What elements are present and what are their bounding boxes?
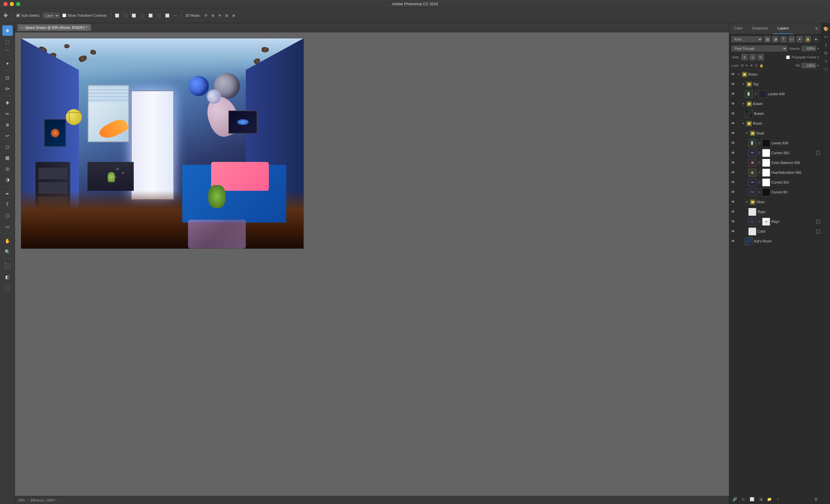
layer-kids-room[interactable]: 👁 Kid's Room [729, 236, 821, 246]
eye-room2[interactable]: 👁 [730, 121, 736, 126]
fold-bokeh[interactable]: ▼ [741, 102, 745, 106]
eye-bokeh-group[interactable]: 👁 [730, 101, 736, 106]
layer-rays-checker[interactable]: 👁 Rays [729, 207, 821, 217]
eye-hs-560[interactable]: 👁 [730, 170, 736, 175]
3d-pan-btn[interactable]: ✛ [217, 13, 222, 18]
add-style-btn[interactable]: fx [740, 496, 746, 502]
smart-filter-btn[interactable]: ✦ [797, 36, 803, 42]
pen-tool[interactable]: ✒ [2, 189, 13, 199]
chain-levels-639[interactable]: ⛓ [758, 141, 761, 146]
pixel-filter-btn[interactable]: ▤ [764, 36, 770, 42]
eye-grad[interactable]: 👁 [730, 131, 736, 136]
fold-room[interactable]: ▼ [737, 72, 741, 76]
eye-rays-image[interactable]: 👁 [730, 219, 736, 224]
unity-btn-1[interactable]: ⊕ [741, 54, 748, 60]
minimize-button[interactable] [10, 2, 14, 6]
quick-select-tool[interactable]: ✦ [2, 58, 13, 69]
zoom-tool[interactable]: 🔍 [2, 246, 13, 257]
layer-grad-group[interactable]: 👁 ▼ 📁 Grad [729, 129, 821, 138]
eraser-tool[interactable]: ◻ [2, 141, 13, 152]
eye-curves-60[interactable]: 👁 [730, 190, 736, 195]
foreground-color[interactable]: ⬛ [2, 261, 13, 271]
tab-swatches[interactable]: Swatches [747, 23, 773, 34]
fold-glow[interactable]: ▼ [745, 200, 749, 204]
chain-curves-561[interactable]: ⛓ [758, 180, 761, 185]
new-group-btn[interactable]: 📁 [766, 496, 772, 502]
mini-color-icon[interactable]: 🎨 [823, 25, 829, 32]
eye-color[interactable]: 👁 [730, 229, 736, 234]
layer-color[interactable]: 👁 Color ⬚ [729, 227, 821, 236]
lock-all-icon[interactable]: 🔒 [759, 64, 764, 68]
canvas-viewport[interactable] [15, 32, 729, 496]
unity-btn-2[interactable]: ◎ [749, 54, 756, 60]
layer-hue-sat-560[interactable]: 👁 ◐ ⛓ Hue/Saturation 560 [729, 168, 821, 177]
layer-room-group2[interactable]: 👁 ▼ 📁 Room [729, 119, 821, 129]
layer-levels-639[interactable]: 👁 ▊ ⛓ Levels 639 [729, 138, 821, 148]
text-tool[interactable]: T [2, 199, 13, 210]
quick-mask-btn[interactable]: ◧ [2, 272, 13, 282]
layer-top-group[interactable]: 👁 ▼ 📁 Top [729, 79, 821, 89]
close-button[interactable] [3, 2, 7, 6]
fold-top[interactable]: ▼ [741, 82, 745, 86]
history-brush-tool[interactable]: ↩ [2, 131, 13, 141]
mini-info-icon[interactable]: ℹ [823, 41, 829, 48]
eye-curves-563[interactable]: 👁 [730, 150, 736, 156]
auto-select-toggle[interactable]: Auto-Select: [15, 13, 41, 18]
layer-levels-640[interactable]: 👁 ▊ ⛓ Levels 640 [729, 89, 821, 99]
gradient-tool[interactable]: ▦ [2, 153, 13, 163]
eye-levels-640[interactable]: 👁 [730, 92, 736, 97]
align-right-btn[interactable]: ⬜ [131, 13, 137, 18]
mini-history-icon[interactable]: ↩ [823, 33, 829, 40]
fill-arrow[interactable]: ▾ [817, 64, 819, 68]
shape-filter-btn[interactable]: ▭ [789, 36, 795, 42]
eye-levels-639[interactable]: 👁 [730, 141, 736, 146]
healing-tool[interactable]: ✚ [2, 98, 13, 108]
select-rect-tool[interactable]: ⬚ [2, 36, 13, 47]
fold-grad[interactable]: ▼ [745, 131, 749, 135]
layer-bokeh-group[interactable]: 👁 ▼ 📁 Bokeh [729, 99, 821, 109]
tab-color[interactable]: Color [729, 23, 747, 34]
lock-move-icon[interactable]: ✛ [750, 64, 753, 68]
eye-curves-561[interactable]: 👁 [730, 180, 736, 185]
3d-slide-btn[interactable]: ⊞ [224, 13, 229, 18]
align-top-btn[interactable]: ⬛ [139, 13, 146, 18]
eye-rays-checker[interactable]: 👁 [730, 209, 736, 214]
align-center-btn[interactable]: ⬛ [122, 13, 129, 18]
eye-top[interactable]: 👁 [730, 82, 736, 87]
add-mask-btn[interactable]: ⬜ [749, 496, 755, 502]
shape-tool[interactable]: ▭ [2, 222, 13, 232]
blur-tool[interactable]: ◎ [2, 163, 13, 174]
layer-bokeh[interactable]: 👁 Bokeh [729, 109, 821, 119]
layer-rays-image[interactable]: 👁 ⬚ ⛓ ✶ Rays ⬚ [729, 217, 821, 227]
eyedropper-tool[interactable]: ⌲ [2, 83, 13, 94]
maximize-button[interactable] [16, 2, 20, 6]
layer-select[interactable]: Layer [43, 13, 60, 19]
lock-filter-btn[interactable]: 🔒 [805, 36, 811, 42]
lock-pixel-icon[interactable]: ✏ [745, 64, 748, 68]
delete-layer-btn[interactable]: 🗑 [813, 496, 819, 502]
layer-curves-563[interactable]: 👁 〜 ⛓ Curves 563 ⬚ [729, 148, 821, 158]
chain-cb-555[interactable]: ⛓ [758, 160, 761, 165]
3d-roll-btn[interactable]: ⊕ [210, 13, 216, 18]
kind-select[interactable]: Kind [732, 36, 762, 42]
document-tab[interactable]: ✕ Space Dream @ 50% (Room, RGB/8*) * [17, 24, 91, 31]
mini-paths-icon[interactable]: ⬡ [823, 66, 829, 73]
type-filter-btn[interactable]: T [780, 36, 787, 42]
path-select-tool[interactable]: ⬡ [2, 210, 13, 221]
opacity-arrow[interactable]: ▾ [817, 46, 819, 51]
eye-kids-room[interactable]: 👁 [730, 239, 736, 244]
eye-room[interactable]: 👁 [730, 72, 736, 77]
chain-hs-560[interactable]: ⛓ [758, 170, 761, 175]
layers-list[interactable]: 👁 ▼ 📁 Room 👁 ▼ 📁 Top 👁 ▊ ⛓ Levels 64 [729, 70, 821, 494]
mini-properties-icon[interactable]: ⚙ [823, 49, 829, 57]
layer-curves-561[interactable]: 👁 〜 ⛓ Curves 561 [729, 177, 821, 187]
lock-position-icon[interactable]: ⊡ [741, 64, 744, 68]
layer-room-group[interactable]: 👁 ▼ 📁 Room [729, 70, 821, 79]
chain-curves-563[interactable]: ⛓ [758, 150, 761, 156]
layer-color-balance-555[interactable]: 👁 ⚖ ⛓ Color Balance 555 [729, 158, 821, 168]
adjustment-filter-btn[interactable]: ◑ [772, 36, 778, 42]
align-left-btn[interactable]: ⬜ [114, 13, 121, 18]
mini-channels-icon[interactable]: ≡ [823, 58, 829, 65]
align-middle-btn[interactable]: ⬜ [147, 13, 154, 18]
add-adjustment-btn[interactable]: ◑ [758, 496, 764, 502]
